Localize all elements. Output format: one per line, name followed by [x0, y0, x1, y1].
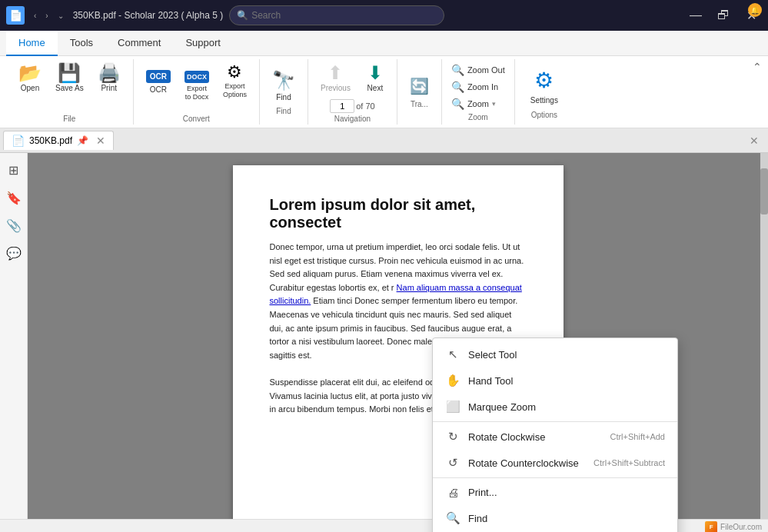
- ctx-marquee-zoom-label: Marquee Zoom: [468, 401, 665, 413]
- settings-label: Settings: [530, 96, 558, 105]
- ocr-icon: OCR: [146, 64, 171, 84]
- pdf-heading: Lorem ipsum dolor sit amet, consectet: [270, 196, 527, 231]
- ctx-marquee-zoom[interactable]: ⬜ Marquee Zoom: [433, 394, 677, 420]
- search-input[interactable]: [229, 5, 444, 25]
- convert-group-items: OCR OCR DOCX Exportto Docx ⚙ ExportOptio…: [140, 59, 253, 113]
- left-sidebar: ⊞ 🔖 📎 💬: [0, 153, 28, 519]
- ctx-find[interactable]: 🔍 Find: [433, 505, 677, 531]
- ribbon-collapse-button[interactable]: ⌃: [750, 59, 765, 75]
- export-docx-label: Exportto Docx: [185, 85, 209, 101]
- sidebar-attachment-icon[interactable]: 📎: [3, 214, 25, 236]
- nav-forward-btn[interactable]: ›: [42, 10, 51, 22]
- previous-button[interactable]: ⬆ Previous: [314, 61, 357, 96]
- nav-back-btn[interactable]: ‹: [31, 10, 39, 22]
- search-icon: 🔍: [237, 10, 248, 21]
- ribbon-group-file: 📂 Open 💾 Save As 🖨️ Print File: [6, 59, 134, 125]
- tab-comment[interactable]: Comment: [105, 31, 173, 56]
- nav-down-btn[interactable]: ⌄: [55, 10, 67, 22]
- export-options-label: ExportOptions: [223, 82, 247, 99]
- tab-support[interactable]: Support: [173, 31, 233, 56]
- tab-close-button[interactable]: ✕: [96, 135, 105, 147]
- zoom-group-label: Zoom: [448, 111, 508, 123]
- open-button[interactable]: 📂 Open: [12, 61, 48, 96]
- hand-tool-icon: ✋: [445, 374, 460, 387]
- zoom-in-button[interactable]: 🔍 Zoom In: [448, 79, 508, 95]
- find-icon: 🔭: [272, 70, 295, 91]
- settings-button[interactable]: ⚙ Settings: [521, 63, 567, 109]
- vertical-scrollbar[interactable]: [760, 153, 768, 519]
- highlighted-text: Nam aliquam massa a consequat sollicitud…: [270, 283, 522, 306]
- zoom-out-label: Zoom Out: [467, 65, 505, 75]
- ctx-find-icon: 🔍: [445, 511, 460, 525]
- app-icon: 📄: [6, 6, 25, 25]
- sidebar-comment-icon[interactable]: 💬: [3, 242, 25, 264]
- page-total-label: of 70: [356, 101, 374, 111]
- zoom-button[interactable]: 🔍 Zoom ▾: [448, 96, 508, 111]
- minimize-button[interactable]: —: [685, 5, 706, 26]
- notification-bell[interactable]: 🔔: [748, 3, 762, 17]
- export-docx-icon: DOCX: [185, 64, 209, 83]
- save-as-button[interactable]: 💾 Save As: [49, 61, 90, 96]
- print-button[interactable]: 🖨️ Print: [91, 61, 127, 96]
- ctx-rotate-ccw-label: Rotate Counterclockwise: [468, 457, 586, 469]
- tab-pin-icon[interactable]: 📌: [77, 135, 88, 146]
- settings-icon: ⚙: [534, 68, 554, 93]
- zoom-items: 🔍 Zoom Out 🔍 Zoom In 🔍 Zoom ▾: [448, 59, 508, 111]
- export-options-icon: ⚙: [227, 64, 242, 81]
- previous-label: Previous: [321, 84, 351, 93]
- watermark: F FileOur.com: [705, 521, 762, 533]
- titlebar-controls-left: ‹ › ⌄: [31, 10, 67, 22]
- ctx-rotate-cw[interactable]: ↻ Rotate Clockwise Ctrl+Shift+Add: [433, 424, 677, 450]
- ctx-select-tool[interactable]: ↖ Select Tool: [433, 341, 677, 367]
- ctx-print-icon: 🖨: [445, 486, 460, 499]
- search-wrapper: 🔍: [229, 5, 444, 25]
- next-button[interactable]: ⬇ Next: [360, 61, 391, 96]
- context-menu: ↖ Select Tool ✋ Hand Tool ⬜ Marquee Zoom…: [432, 337, 678, 532]
- export-options-button[interactable]: ⚙ ExportOptions: [217, 61, 253, 102]
- export-docx-button[interactable]: DOCX Exportto Docx: [178, 61, 215, 105]
- previous-icon: ⬆: [327, 64, 343, 82]
- ribbon-group-transform: 🔄 Tra...: [397, 59, 442, 125]
- tab-tools[interactable]: Tools: [58, 31, 105, 56]
- titlebar: 📄 ‹ › ⌄ 350KB.pdf - Scholar 2023 ( Alpha…: [0, 0, 768, 31]
- nav-buttons: ⬆ Previous ⬇ Next: [314, 61, 391, 96]
- tabbar-close-button[interactable]: ✕: [746, 133, 762, 148]
- scrollbar-thumb[interactable]: [760, 168, 768, 214]
- ocr-button[interactable]: OCR OCR: [140, 61, 177, 98]
- ctx-print[interactable]: 🖨 Print...: [433, 480, 677, 505]
- find-label: Find: [276, 93, 291, 102]
- ctx-find-label: Find: [468, 513, 665, 524]
- window-title: 350KB.pdf - Scholar 2023 ( Alpha 5 ): [73, 10, 223, 21]
- file-group-label: File: [12, 113, 127, 125]
- ocr-label: OCR: [150, 85, 167, 95]
- transform-icon: 🔄: [410, 77, 429, 95]
- page-input-area: of 70: [330, 99, 374, 113]
- ctx-hand-tool[interactable]: ✋ Hand Tool: [433, 367, 677, 394]
- sidebar-bookmark-icon[interactable]: 🔖: [3, 187, 25, 208]
- zoom-out-button[interactable]: 🔍 Zoom Out: [448, 62, 508, 78]
- watermark-text: FileOur.com: [720, 523, 762, 531]
- zoom-in-label: Zoom In: [467, 82, 498, 91]
- document-tab[interactable]: 📄 350KB.pdf 📌 ✕: [3, 131, 114, 150]
- ribbon-group-find: 🔭 Find Find: [260, 59, 308, 125]
- ctx-rotate-cw-shortcut: Ctrl+Shift+Add: [610, 432, 665, 441]
- tab-home[interactable]: Home: [6, 31, 58, 56]
- find-button[interactable]: 🔭 Find: [266, 67, 301, 105]
- next-label: Next: [367, 84, 384, 93]
- page-number-input[interactable]: [330, 99, 354, 113]
- ctx-rotate-cw-label: Rotate Clockwise: [468, 431, 602, 443]
- ribbon-toolbar: 📂 Open 💾 Save As 🖨️ Print File OCR OCR D…: [0, 56, 768, 128]
- ctx-select-tool-label: Select Tool: [468, 349, 665, 361]
- select-tool-icon: ↖: [445, 347, 460, 361]
- ctx-rotate-ccw[interactable]: ↺ Rotate Counterclockwise Ctrl+Shift+Sub…: [433, 450, 677, 476]
- restore-button[interactable]: 🗗: [713, 5, 734, 26]
- ctx-print-label: Print...: [468, 487, 665, 498]
- rotate-ccw-icon: ↺: [445, 456, 460, 470]
- tab-file-icon: 📄: [12, 135, 25, 147]
- zoom-label: Zoom: [467, 99, 489, 108]
- next-icon: ⬇: [367, 64, 383, 82]
- transform-button[interactable]: 🔄: [404, 74, 435, 98]
- find-group-label: Find: [266, 105, 301, 117]
- sidebar-pages-icon[interactable]: ⊞: [3, 159, 25, 181]
- nav-group-items: ⬆ Previous ⬇ Next of 70: [314, 59, 391, 113]
